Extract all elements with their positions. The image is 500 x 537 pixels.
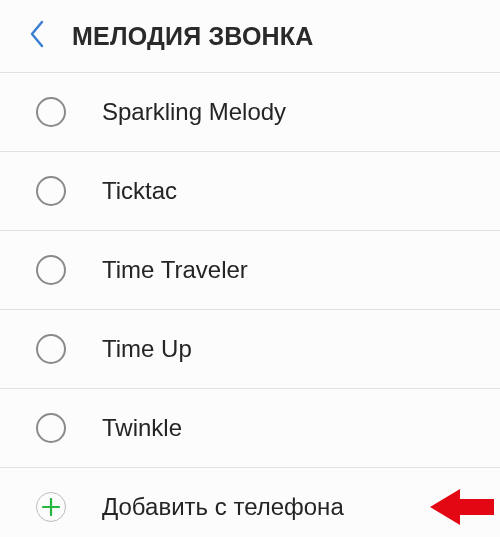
- svg-marker-0: [430, 489, 494, 525]
- ringtone-item[interactable]: Time Traveler: [0, 230, 500, 309]
- ringtone-label: Time Up: [102, 335, 192, 363]
- back-button[interactable]: [24, 15, 52, 57]
- ringtone-label: Time Traveler: [102, 256, 248, 284]
- radio-unselected-icon[interactable]: [36, 413, 66, 443]
- add-from-phone-label: Добавить с телефона: [102, 493, 344, 521]
- back-chevron-icon: [28, 19, 48, 53]
- ringtone-item[interactable]: Sparkling Melody: [0, 72, 500, 151]
- plus-icon: [36, 492, 66, 522]
- ringtone-list: Sparkling Melody Ticktac Time Traveler T…: [0, 72, 500, 537]
- radio-unselected-icon[interactable]: [36, 176, 66, 206]
- ringtone-label: Twinkle: [102, 414, 182, 442]
- radio-unselected-icon[interactable]: [36, 255, 66, 285]
- ringtone-label: Sparkling Melody: [102, 98, 286, 126]
- ringtone-item[interactable]: Ticktac: [0, 151, 500, 230]
- ringtone-item[interactable]: Time Up: [0, 309, 500, 388]
- annotation-arrow-left-icon: [430, 487, 494, 527]
- radio-unselected-icon[interactable]: [36, 97, 66, 127]
- ringtone-label: Ticktac: [102, 177, 177, 205]
- app-header: МЕЛОДИЯ ЗВОНКА: [0, 0, 500, 72]
- radio-unselected-icon[interactable]: [36, 334, 66, 364]
- ringtone-item[interactable]: Twinkle: [0, 388, 500, 467]
- add-from-phone-item[interactable]: Добавить с телефона: [0, 467, 500, 537]
- page-title: МЕЛОДИЯ ЗВОНКА: [72, 22, 314, 51]
